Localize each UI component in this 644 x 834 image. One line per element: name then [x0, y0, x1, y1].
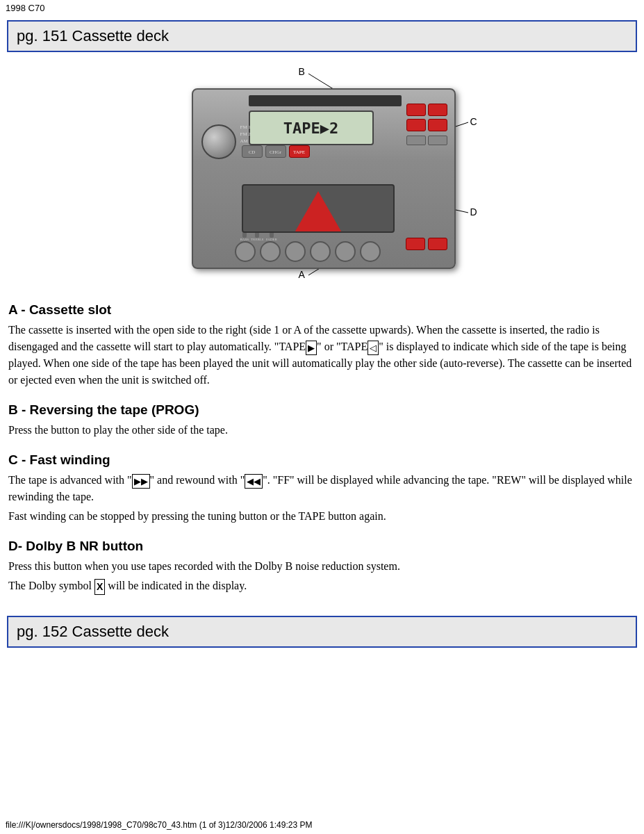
section-d-para2: The Dolby symbol X will be indicated in …	[8, 578, 636, 595]
preset-2[interactable]	[260, 241, 281, 262]
cassette-diagram: B A C D TAPE▶2	[149, 63, 496, 286]
section-d-heading: D- Dolby B NR button	[8, 539, 636, 554]
page-151-header-box: pg. 151 Cassette deck	[7, 20, 637, 52]
radio-unit-container: TAPE▶2 CD CHGr	[192, 88, 456, 272]
tape-button[interactable]: TAPE	[289, 145, 310, 158]
content-area: A - Cassette slot The cassette is insert…	[0, 302, 644, 595]
section-a-para: The cassette is inserted with the open s…	[8, 322, 636, 389]
tape-fwd-symbol: ▶	[306, 341, 317, 356]
radio-display: TAPE▶2	[249, 111, 374, 145]
tape-slot-top	[249, 95, 402, 106]
section-b-para: Press the button to play the other side …	[8, 422, 636, 439]
section-c: C - Fast winding The tape is advanced wi…	[8, 452, 636, 525]
cassette-arrow	[290, 191, 346, 233]
band-labels: FM 1 FM 2 AM	[240, 124, 251, 144]
diagram-label-b: B	[299, 66, 305, 77]
section-d-para1: Press this button when you use tapes rec…	[8, 558, 636, 575]
section-d: D- Dolby B NR button Press this button w…	[8, 539, 636, 595]
footer-path: file:///K|/ownersdocs/1998/1998_C70/98c7…	[6, 820, 312, 830]
page-151-title: pg. 151 Cassette deck	[17, 27, 627, 45]
prev-button[interactable]	[406, 119, 426, 131]
bottom-right-buttons	[406, 238, 447, 250]
section-c-para1: The tape is advanced with "▶▶" and rewou…	[8, 472, 636, 505]
section-c-heading: C - Fast winding	[8, 452, 636, 468]
extra-button[interactable]	[428, 238, 447, 250]
ff-symbol: ▶▶	[132, 474, 150, 489]
section-c-para2: Fast winding can be stopped by pressing …	[8, 508, 636, 525]
right-button-group	[406, 104, 447, 145]
fast-forward-button[interactable]	[428, 104, 447, 116]
diagram-label-c: C	[470, 116, 477, 127]
auto-button[interactable]	[428, 136, 447, 145]
preset-3[interactable]	[285, 241, 306, 262]
section-b-heading: B - Reversing the tape (PROG)	[8, 402, 636, 418]
dolby-nr-button[interactable]	[406, 238, 425, 250]
preset-5[interactable]	[335, 241, 356, 262]
next-button[interactable]	[428, 119, 447, 131]
page-152-title: pg. 152 Cassette deck	[17, 623, 627, 641]
display-text: TAPE▶2	[283, 120, 338, 137]
dolby-symbol: X	[94, 579, 105, 595]
preset-1[interactable]	[235, 241, 256, 262]
scan-button[interactable]	[406, 136, 426, 145]
rewind-button[interactable]	[406, 104, 426, 116]
section-b: B - Reversing the tape (PROG) Press the …	[8, 402, 636, 439]
section-a: A - Cassette slot The cassette is insert…	[8, 302, 636, 389]
chgr-button[interactable]: CHGr	[265, 145, 286, 158]
page-152-header-box: pg. 152 Cassette deck	[7, 616, 637, 648]
cd-button[interactable]: CD	[242, 145, 263, 158]
browser-title: 1998 C70	[0, 0, 644, 16]
radio-unit: TAPE▶2 CD CHGr	[192, 88, 456, 269]
diagram-label-d: D	[470, 206, 477, 218]
cassette-slot[interactable]	[242, 184, 395, 233]
volume-knob	[201, 124, 236, 159]
preset-4[interactable]	[310, 241, 331, 262]
tape-rev-symbol: ◁	[368, 341, 379, 356]
preset-6[interactable]	[360, 241, 381, 262]
preset-buttons	[235, 241, 381, 262]
rew-symbol: ◀◀	[245, 474, 263, 489]
source-buttons: CD CHGr TAPE	[242, 145, 310, 158]
section-a-heading: A - Cassette slot	[8, 302, 636, 318]
